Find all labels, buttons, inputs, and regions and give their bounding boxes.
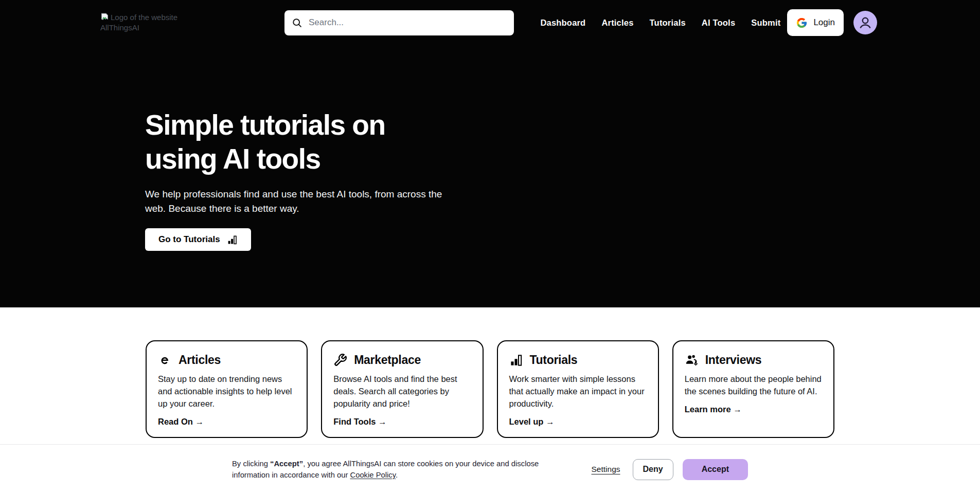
cookie-text-prefix: By clicking [232,460,270,468]
google-icon [796,17,808,29]
cookie-inner: By clicking “Accept”, you agree AllThing… [232,458,748,481]
card-head: Marketplace [333,353,471,367]
cookie-policy-link[interactable]: Cookie Policy [350,471,396,479]
card-title: Marketplace [354,353,421,367]
avatar[interactable] [853,11,877,34]
hero-section: Logo of the website AllThingsAI Dashboar… [0,0,980,307]
nav-ai-tools[interactable]: AI Tools [702,18,735,28]
card-marketplace: Marketplace Browse AI tools and find the… [321,340,483,438]
logo-alt-text: Logo of the website AllThingsAI [100,13,177,32]
cookie-text-suffix: . [396,471,398,479]
card-title: Interviews [705,353,762,367]
login-label: Login [813,17,835,28]
card-interviews: Interviews Learn more about the people b… [672,340,834,438]
bar-chart-icon [509,353,523,367]
hero-subtitle: We help professionals find and use the b… [145,187,454,215]
user-icon [857,14,874,31]
card-head: Tutorials [509,353,647,367]
hero-title-line2: using AI tools [145,142,485,176]
accept-button[interactable]: Accept [683,459,748,480]
search-input[interactable] [309,17,507,28]
cookie-accept-term: “Accept” [270,460,303,468]
nav-tutorials[interactable]: Tutorials [650,18,686,28]
level-up-link[interactable]: Level up → [509,417,555,427]
card-body: Learn more about the people behind the s… [685,373,822,397]
hero-content: Simple tutorials on using AI tools We he… [145,108,485,251]
learn-more-link[interactable]: Learn more → [685,405,742,414]
scribble-e-icon [158,353,172,367]
read-on-link[interactable]: Read On → [158,417,204,427]
nav-submit[interactable]: Submit [751,18,780,28]
nav-articles[interactable]: Articles [601,18,633,28]
cookie-settings-button[interactable]: Settings [592,465,620,474]
card-title: Articles [179,353,221,367]
hero-title-line1: Simple tutorials on [145,108,485,142]
feature-cards: Articles Stay up to date on trending new… [146,340,834,438]
main-nav: Dashboard Articles Tutorials AI Tools Su… [540,18,780,28]
find-tools-link[interactable]: Find Tools → [333,417,386,427]
cookie-banner: By clicking “Accept”, you agree AllThing… [0,444,980,494]
card-articles: Articles Stay up to date on trending new… [146,340,308,438]
search-bar[interactable] [284,10,514,35]
card-tutorials: Tutorials Work smarter with simple lesso… [497,340,659,438]
card-head: Articles [158,353,295,367]
people-mic-icon [685,353,699,367]
card-body: Browse AI tools and find the best deals.… [333,373,471,410]
cookie-text: By clicking “Accept”, you agree AllThing… [232,458,554,481]
cookie-actions: Settings Deny Accept [592,459,749,480]
broken-image-icon [100,13,109,22]
wrench-icon [333,353,347,367]
go-to-tutorials-label: Go to Tutorials [158,234,220,245]
hero-title: Simple tutorials on using AI tools [145,108,485,176]
site-header: Logo of the website AllThingsAI Dashboar… [100,0,877,36]
deny-button[interactable]: Deny [633,459,673,480]
go-to-tutorials-button[interactable]: Go to Tutorials [145,228,251,251]
card-body: Stay up to date on trending news and act… [158,373,295,410]
site-logo[interactable]: Logo of the website AllThingsAI [100,12,190,33]
card-head: Interviews [685,353,822,367]
nav-dashboard[interactable]: Dashboard [540,18,585,28]
card-title: Tutorials [530,353,578,367]
search-icon [292,17,302,28]
google-login-button[interactable]: Login [787,9,844,36]
card-body: Work smarter with simple lessons that ac… [509,373,647,410]
bar-chart-icon [227,234,238,245]
